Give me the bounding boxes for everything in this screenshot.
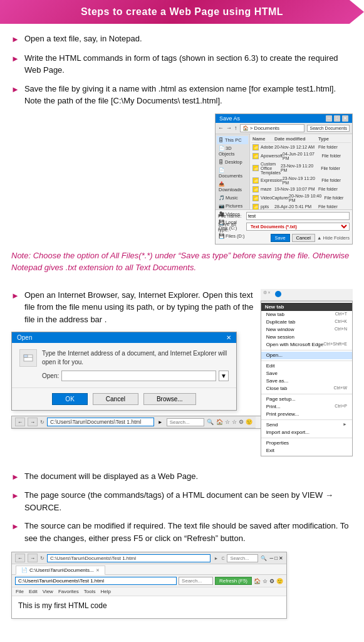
active-tab[interactable]: 📄 C:\Users\Tarun\Documents... ✕ xyxy=(16,566,105,575)
refresh-icon: ↻ xyxy=(40,555,44,561)
menu-new-tab-icon xyxy=(274,290,282,299)
bullet-arrow-2: ► xyxy=(11,53,19,65)
refresh-menubar: File Edit View Favorites Tools Help xyxy=(12,587,286,596)
left-item-desktop: 🗄 Desktop xyxy=(217,158,248,166)
dd-item-saveas: Save as... xyxy=(261,377,352,385)
cancel-button[interactable]: Cancel xyxy=(93,393,138,405)
menu-edit[interactable]: Edit xyxy=(29,589,38,594)
folder-icon: 📁 xyxy=(252,144,259,150)
menu-favorites[interactable]: Favorites xyxy=(58,589,79,594)
open-dialog-input-row: Open: ▼ xyxy=(42,371,229,381)
address-input[interactable] xyxy=(47,554,211,562)
saveas-title: Save As xyxy=(219,115,240,122)
minimize-icon[interactable]: ─ xyxy=(269,555,273,561)
dd-item-newwindow: New windowCtrl+N xyxy=(261,326,352,334)
dd-item-open[interactable]: Open... xyxy=(261,352,352,359)
dd-item-edit: Edit xyxy=(261,362,352,370)
nav-up-icon: ↑ xyxy=(234,125,237,131)
open-dialog-titlebar: Open ✕ xyxy=(12,332,236,343)
dropdown-separator xyxy=(261,438,352,438)
dd-item-openwithEdge: Open with Microsoft EdgeCtrl+Shift+E xyxy=(261,341,352,349)
dropdown-separator xyxy=(261,394,352,394)
dd-item-duplicatetab: Duplicate tabCtrl+K xyxy=(261,318,352,326)
forward-button[interactable]: → xyxy=(28,554,38,562)
open-dialog-content: Type the Internet address of a document,… xyxy=(42,349,229,381)
svg-point-0 xyxy=(275,291,281,297)
smiley-icon: 🙂 xyxy=(276,578,283,584)
back-button[interactable]: ← xyxy=(15,418,25,426)
menu-view[interactable]: View xyxy=(43,589,53,594)
close-icon[interactable]: ✕ xyxy=(279,555,283,561)
step-2: ► Write the HTML commands in form of tag… xyxy=(11,52,353,76)
file-row: 📁maze19-Nov-19 10:07 PMFile folder xyxy=(251,186,351,193)
maximize-icon[interactable]: □ xyxy=(274,555,278,561)
refresh-small-icon: ↻ xyxy=(40,419,44,425)
menu-help[interactable]: Help xyxy=(100,589,110,594)
search-icon: 🔍 xyxy=(207,419,214,425)
file-row: 📁ppts28-Apr-20 5:41 PMFile folder xyxy=(251,203,351,209)
left-item-documents: 📄 Documents xyxy=(217,166,248,180)
ok-button[interactable]: OK xyxy=(52,393,87,405)
forward-button[interactable]: → xyxy=(28,418,38,426)
search-input[interactable] xyxy=(179,577,213,585)
saveas-file-list: Name Date modified Type 📁Adobe20-Nov-19 … xyxy=(250,134,352,209)
tab-close-icon[interactable]: ✕ xyxy=(96,568,100,573)
savetype-row: Save as type: Text Documents (*.txt) xyxy=(218,221,350,233)
open-dropdown-arrow[interactable]: ▼ xyxy=(219,371,229,381)
open-dialog-buttons: OK Cancel Browse... xyxy=(12,387,236,410)
search-input[interactable] xyxy=(167,418,204,426)
tools-icon: ⚙ xyxy=(239,419,244,425)
dd-item-closetab: Close tabCtrl+W xyxy=(261,385,352,392)
save-button[interactable]: Save xyxy=(271,234,290,242)
file-row: 📁Expression23-Nov-19 11:20 PMFile folder xyxy=(251,176,351,186)
search-input[interactable] xyxy=(227,554,258,562)
address-input[interactable] xyxy=(47,418,154,426)
bullet-arrow-3: ► xyxy=(11,83,19,96)
dd-item-save: Save xyxy=(261,370,352,377)
page-header: Steps to create a Web Page using HTML xyxy=(0,0,364,24)
tab-icon: 📄 xyxy=(21,567,28,573)
folder-icon: 📁 xyxy=(252,165,259,171)
browse-button[interactable]: Browse... xyxy=(143,393,196,405)
bullet-arrow-6: ► xyxy=(11,490,19,502)
open-dialog: Open ✕ Type the Internet address of a do… xyxy=(11,332,237,411)
step-7: ► The source can be modified if required… xyxy=(11,520,353,544)
addressbar-screenshot: ← → ↻ ► 🔍 🏠 ☆ ☆ ⚙ 🙂 xyxy=(11,416,274,429)
step-1-text: Open a text file, say, in Notepad. xyxy=(24,33,353,45)
refresh-button[interactable]: Refresh (F5) xyxy=(215,577,252,585)
open-label: Open: xyxy=(42,372,59,379)
col-date: Date modified xyxy=(274,136,318,142)
file-row: 📁Custom Office Templates23-Nov-19 11:20 … xyxy=(251,161,351,176)
file-row: 📁Apowersoft04-Jun-20 11:07 PMFile folder xyxy=(251,151,351,161)
refresh-toolbar: Refresh (F5) 🏠 ☆ ⚙ 🙂 xyxy=(12,575,286,587)
filename-input[interactable] xyxy=(246,212,350,220)
savetype-select[interactable]: Text Documents (*.txt) xyxy=(246,223,350,231)
back-button[interactable]: ← xyxy=(15,554,25,562)
dd-item-pagesetup: Page setup... xyxy=(261,396,352,403)
dd-item-newsession: New session xyxy=(261,334,352,341)
address-input[interactable] xyxy=(15,577,177,585)
menu-file[interactable]: File xyxy=(16,589,24,594)
go-icon: ► xyxy=(214,556,218,560)
cancel-button[interactable]: Cancel xyxy=(292,234,315,242)
hide-folders-link[interactable]: ▲ Hide Folders xyxy=(317,235,350,241)
home-icon: 🏠 xyxy=(254,578,261,584)
dropdown-separator xyxy=(261,360,352,361)
tab-label: C:\Users\Tarun\Documents... xyxy=(29,567,94,573)
tools-icon: ⚙ xyxy=(269,578,274,584)
savetype-label: Save as type: xyxy=(218,221,246,233)
star-icon: ☆ xyxy=(263,578,268,584)
ie-icons: ⚙ × xyxy=(263,290,271,299)
folder-icon: 📁 xyxy=(252,186,259,192)
open-input[interactable] xyxy=(61,371,216,381)
step-6-text: The page source (the commands/tags) of a… xyxy=(24,489,353,513)
dropdown-header: New tab xyxy=(261,303,352,311)
nav-icons: 🏠 ☆ ☆ ⚙ 🙂 xyxy=(216,419,252,425)
search-icon: 🔍 xyxy=(261,555,267,561)
path-text: 🏠 > Documents xyxy=(242,125,280,131)
col-type: Type xyxy=(318,136,350,142)
page-content-text: This is my first HTML code xyxy=(18,601,107,610)
menu-tools[interactable]: Tools xyxy=(84,589,96,594)
refresh-tabbar: 📄 C:\Users\Tarun\Documents... ✕ xyxy=(12,564,286,575)
open-dialog-body: Type the Internet address of a document,… xyxy=(12,343,236,387)
